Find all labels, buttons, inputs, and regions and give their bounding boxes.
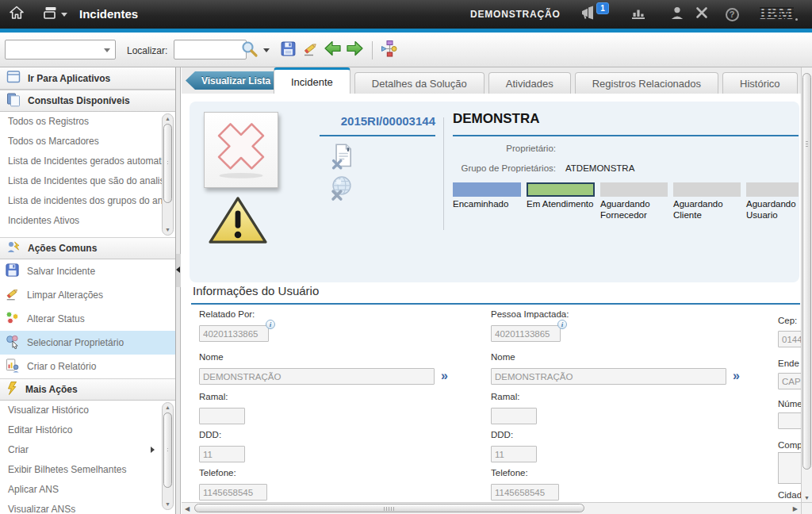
reported-by-input[interactable] xyxy=(199,325,269,342)
status-label: Encaminhado xyxy=(453,199,523,210)
record-id: 2015RI/00003144 xyxy=(318,114,435,128)
complement-input[interactable] xyxy=(778,452,801,484)
action-create[interactable]: Criar xyxy=(0,440,175,460)
name-input[interactable] xyxy=(199,368,435,385)
megaphone-icon xyxy=(580,5,598,24)
search-options-caret-icon[interactable] xyxy=(263,48,270,52)
home-button[interactable] xyxy=(6,5,27,24)
action-create-report[interactable]: Criar o Relatório xyxy=(0,355,175,378)
sidebar-header-more-actions[interactable]: Mais Ações xyxy=(0,378,175,401)
action-select-owner[interactable]: Selecionar Proprietário xyxy=(0,331,175,355)
scroll-up-icon[interactable]: ▲ xyxy=(163,115,173,123)
action-show-similar-tickets[interactable]: Exibir Bilhetes Semelhantes xyxy=(0,460,175,480)
app-switcher-button[interactable] xyxy=(41,5,68,24)
help-button[interactable] xyxy=(722,6,741,23)
record-select-combobox[interactable] xyxy=(5,40,116,59)
impacted-person-label: Pessoa Impactada: xyxy=(491,309,569,319)
workflow-button[interactable] xyxy=(378,39,399,61)
name-input[interactable] xyxy=(491,368,726,385)
action-clear-changes[interactable]: Limpar Alterações xyxy=(0,283,175,307)
action-view-slas[interactable]: Visualizar ANSs xyxy=(0,500,175,514)
vertical-scrollbar[interactable]: ▼ xyxy=(801,67,812,502)
tab-detalhes-da-solucao[interactable]: Detalhes da Solução xyxy=(354,72,485,94)
person-icon xyxy=(669,6,685,24)
find-label: Localizar: xyxy=(127,45,167,56)
query-item[interactable]: Lista de incidentes dos grupos do an... xyxy=(0,191,175,211)
query-item[interactable]: Todos os Marcadores xyxy=(0,132,175,152)
search-button[interactable] xyxy=(239,39,259,61)
scroll-down-icon[interactable]: ▼ xyxy=(163,501,173,508)
save-button[interactable] xyxy=(278,39,298,61)
query-item[interactable]: Todos os Registros xyxy=(0,112,175,132)
extension-input[interactable] xyxy=(199,408,245,424)
query-item[interactable]: Incidentes Ativos xyxy=(0,211,175,231)
scroll-down-icon[interactable]: ▼ xyxy=(163,226,173,234)
profile-button[interactable] xyxy=(668,6,687,23)
section-underline xyxy=(191,303,800,305)
info-icon[interactable] xyxy=(266,320,275,329)
extension-input[interactable] xyxy=(491,408,537,424)
view-list-button[interactable]: Visualizar Lista xyxy=(186,71,280,90)
info-icon[interactable] xyxy=(557,320,567,329)
action-view-history[interactable]: Visualizar Histórico xyxy=(0,401,175,420)
next-record-button[interactable] xyxy=(344,39,365,61)
submenu-arrow-icon xyxy=(151,447,155,453)
common-actions-list: Salvar Incidente Limpar Alterações Alter… xyxy=(0,259,175,378)
more-actions-scrollbar[interactable]: ▲ ▼ xyxy=(162,402,174,510)
tab-incidente[interactable]: Incidente xyxy=(274,67,350,94)
status-circles-icon xyxy=(5,310,20,328)
queries-scrollbar[interactable]: ▲ ▼ xyxy=(162,113,174,236)
impacted-person-input[interactable] xyxy=(491,325,561,342)
tab-historico[interactable]: Histórico xyxy=(722,72,798,94)
scroll-left-icon[interactable]: ◀ xyxy=(185,504,190,513)
sidebar-header-available-queries[interactable]: Consultas Disponíveis xyxy=(0,90,175,112)
action-apply-sla[interactable]: Aplicar ANS xyxy=(0,480,175,500)
scroll-right-icon[interactable]: ▶ xyxy=(793,504,798,513)
chevron-down-icon xyxy=(104,48,110,52)
area-code-input[interactable] xyxy=(491,446,537,462)
phone-input[interactable] xyxy=(199,484,267,501)
incident-form: 2015RI/00003144 DEMONSTRA Proprietário: … xyxy=(182,94,801,502)
clear-changes-button[interactable] xyxy=(300,39,320,61)
previous-record-button[interactable] xyxy=(322,39,343,61)
scrollbar-thumb[interactable] xyxy=(194,504,584,512)
globe-disabled-icon[interactable] xyxy=(329,175,354,205)
address-input[interactable] xyxy=(778,373,801,389)
lightning-icon xyxy=(6,381,19,398)
sidebar-header-common-actions[interactable]: Ações Comuns xyxy=(0,237,175,259)
horizontal-scrollbar[interactable]: ◀ ▶ xyxy=(182,502,801,514)
action-change-status[interactable]: Alterar Status xyxy=(0,307,175,331)
query-item[interactable]: Lista de Incidentes gerados automati... xyxy=(0,152,175,171)
sidebar-header-go-to-apps[interactable]: Ir Para Aplicativos xyxy=(0,67,175,90)
action-edit-history[interactable]: Editar Histórico xyxy=(0,420,175,440)
query-item[interactable]: Lista de Incidentes que são do analis... xyxy=(0,171,175,191)
scrollbar-thumb[interactable] xyxy=(802,73,811,470)
sidebar-collapse-handle[interactable] xyxy=(176,254,181,287)
detail-menu-icon[interactable] xyxy=(441,370,448,382)
sign-out-button[interactable] xyxy=(692,6,711,23)
scrollbar-thumb[interactable] xyxy=(163,124,172,203)
attachments-disabled-icon[interactable] xyxy=(331,143,354,173)
find-input[interactable] xyxy=(174,40,247,59)
detail-menu-icon[interactable] xyxy=(733,370,740,382)
area-code-input[interactable] xyxy=(199,446,245,462)
address-label: Ende xyxy=(778,359,799,368)
number-input[interactable] xyxy=(778,412,801,429)
home-icon xyxy=(9,5,25,24)
scrollbar-thumb[interactable] xyxy=(163,412,172,488)
tab-atividades[interactable]: Atividades xyxy=(488,72,571,94)
reports-button[interactable] xyxy=(629,6,648,23)
report-icon xyxy=(5,358,20,375)
workflow-diagram-icon xyxy=(380,40,398,61)
scroll-up-icon[interactable]: ▲ xyxy=(163,404,173,412)
top-bar: Incidentes DEMONSTRAÇÃO 1 IBM xyxy=(0,0,812,29)
owner-group-label: Grupo de Proprietários: xyxy=(453,163,556,173)
phone-input[interactable] xyxy=(491,484,559,501)
help-icon xyxy=(726,8,739,21)
tab-registros-relacionados[interactable]: Registros Relacionados xyxy=(575,72,718,94)
zip-input[interactable] xyxy=(778,331,801,347)
scroll-down-icon[interactable]: ▼ xyxy=(802,495,812,501)
sidebar-splitter[interactable] xyxy=(176,67,181,514)
action-save-incident[interactable]: Salvar Incidente xyxy=(0,259,175,283)
ibm-logo: IBM xyxy=(760,6,794,21)
